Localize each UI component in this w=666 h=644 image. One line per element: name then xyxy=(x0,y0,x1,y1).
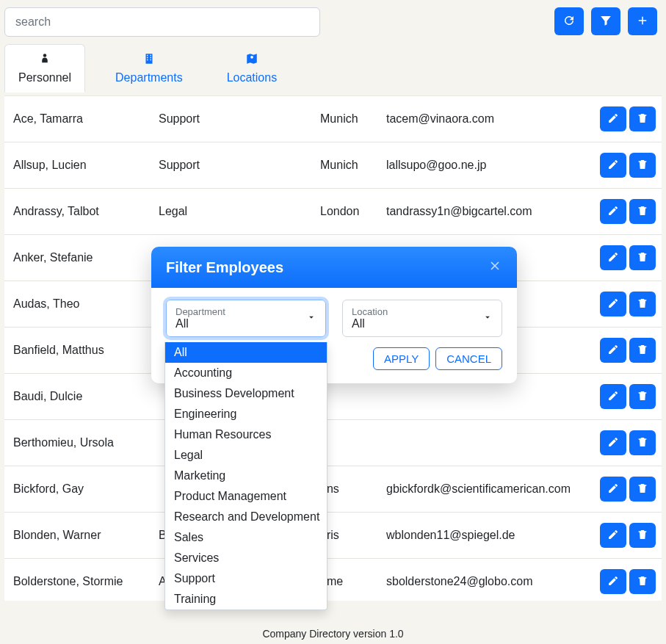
cell-email: sbolderstone24@globo.com xyxy=(379,559,590,601)
dropdown-option[interactable]: Services xyxy=(165,548,327,568)
department-dropdown: AllAccountingBusiness DevelopmentEnginee… xyxy=(164,342,327,610)
trash-icon xyxy=(637,159,648,173)
svg-rect-4 xyxy=(147,57,148,59)
trash-icon xyxy=(637,344,648,358)
trash-icon xyxy=(637,251,648,265)
cell-email: lallsupo@goo.ne.jp xyxy=(379,142,590,189)
cell-name: Berthomieu, Ursola xyxy=(4,420,151,466)
dropdown-option[interactable]: Accounting xyxy=(165,363,327,383)
svg-point-0 xyxy=(43,54,47,57)
cell-name: Bolderstone, Stormie xyxy=(4,559,151,601)
edit-button[interactable] xyxy=(600,384,626,409)
select-label: Department xyxy=(175,306,299,317)
trash-icon xyxy=(637,390,648,404)
refresh-button[interactable] xyxy=(554,7,584,35)
edit-button[interactable] xyxy=(600,477,626,502)
dropdown-option[interactable]: All xyxy=(165,342,327,363)
delete-button[interactable] xyxy=(629,569,656,594)
delete-button[interactable] xyxy=(629,477,656,502)
table-row[interactable]: Ace, TamarraSupportMunichtacem@vinaora.c… xyxy=(4,96,662,142)
pencil-icon xyxy=(607,297,619,311)
svg-rect-7 xyxy=(150,59,151,61)
tab-label: Locations xyxy=(227,71,278,84)
department-select[interactable]: Department All xyxy=(166,300,326,337)
tab-label: Departments xyxy=(115,71,183,84)
cancel-button[interactable]: CANCEL xyxy=(435,347,502,370)
add-button[interactable] xyxy=(628,7,657,35)
delete-button[interactable] xyxy=(629,199,656,224)
dropdown-option[interactable]: Support xyxy=(165,568,327,589)
table-row[interactable]: Berthomieu, Ursola xyxy=(4,420,662,466)
svg-rect-5 xyxy=(150,57,151,59)
cell-loc: Munich xyxy=(313,142,379,189)
edit-button[interactable] xyxy=(600,338,626,363)
table-row[interactable]: Blonden, WarnerBuariswblonden11@spiegel.… xyxy=(4,513,662,559)
edit-button[interactable] xyxy=(600,153,626,178)
dropdown-option[interactable]: Engineering xyxy=(165,404,327,424)
dropdown-option[interactable]: Training xyxy=(165,589,327,609)
edit-button[interactable] xyxy=(600,523,626,548)
close-icon xyxy=(488,263,502,275)
delete-button[interactable] xyxy=(629,384,656,409)
cell-name: Andrassy, Talbot xyxy=(4,189,151,235)
table-row[interactable]: Bolderstone, StormieAcomesbolderstone24@… xyxy=(4,559,662,601)
modal-close-button[interactable] xyxy=(488,258,502,276)
cell-dept: Support xyxy=(151,142,313,189)
cell-email: tacem@vinaora.com xyxy=(379,96,590,142)
tab-personnel[interactable]: Personnel xyxy=(4,44,85,93)
select-value: All xyxy=(175,317,299,330)
dropdown-option[interactable]: Product Management xyxy=(165,486,327,507)
toolbar-actions xyxy=(554,7,657,35)
filter-modal: Filter Employees Department All Location… xyxy=(151,247,517,383)
filter-button[interactable] xyxy=(591,7,620,35)
table-row[interactable]: Allsup, LucienSupportMunichlallsupo@goo.… xyxy=(4,142,662,189)
topbar xyxy=(4,7,662,37)
apply-button[interactable]: APPLY xyxy=(373,347,430,370)
tab-locations[interactable]: Locations xyxy=(213,44,292,93)
filter-icon xyxy=(599,14,612,29)
delete-button[interactable] xyxy=(629,153,656,178)
edit-button[interactable] xyxy=(600,106,626,131)
delete-button[interactable] xyxy=(629,245,656,270)
cell-email: tandrassy1n@bigcartel.com xyxy=(379,189,590,235)
edit-button[interactable] xyxy=(600,245,626,270)
delete-button[interactable] xyxy=(629,292,656,316)
pencil-icon xyxy=(607,529,619,543)
edit-button[interactable] xyxy=(600,199,626,224)
cell-dept: Support xyxy=(151,96,313,142)
tab-departments[interactable]: Departments xyxy=(101,44,197,93)
trash-icon xyxy=(637,297,648,311)
dropdown-option[interactable]: Human Resources xyxy=(165,424,327,445)
pencil-icon xyxy=(607,251,619,265)
table-row[interactable]: Bickford, Gayansgbickfordk@scientificame… xyxy=(4,466,662,513)
cell-loc: London xyxy=(313,189,379,235)
pencil-icon xyxy=(607,436,619,450)
trash-icon xyxy=(637,529,648,543)
modal-header: Filter Employees xyxy=(151,247,517,288)
trash-icon xyxy=(637,436,648,450)
svg-point-8 xyxy=(250,56,253,59)
dropdown-option[interactable]: Marketing xyxy=(165,466,327,486)
dropdown-option[interactable]: Legal xyxy=(165,445,327,466)
edit-button[interactable] xyxy=(600,569,626,594)
cell-name: Bickford, Gay xyxy=(4,466,151,513)
tabs: Personnel Departments Locations xyxy=(4,44,662,93)
svg-rect-2 xyxy=(147,55,148,57)
delete-button[interactable] xyxy=(629,106,656,131)
delete-button[interactable] xyxy=(629,523,656,548)
dropdown-option[interactable]: Sales xyxy=(165,527,327,548)
delete-button[interactable] xyxy=(629,338,656,363)
refresh-icon xyxy=(562,14,576,29)
pencil-icon xyxy=(607,112,619,126)
dropdown-option[interactable]: Research and Development xyxy=(165,507,327,527)
cell-name: Allsup, Lucien xyxy=(4,142,151,189)
chevron-down-icon xyxy=(306,312,316,325)
edit-button[interactable] xyxy=(600,430,626,455)
edit-button[interactable] xyxy=(600,292,626,316)
cell-email xyxy=(379,420,590,466)
location-select[interactable]: Location All xyxy=(342,300,502,337)
table-row[interactable]: Andrassy, TalbotLegalLondontandrassy1n@b… xyxy=(4,189,662,235)
search-input[interactable] xyxy=(4,7,320,37)
dropdown-option[interactable]: Business Development xyxy=(165,383,327,404)
delete-button[interactable] xyxy=(629,430,656,455)
